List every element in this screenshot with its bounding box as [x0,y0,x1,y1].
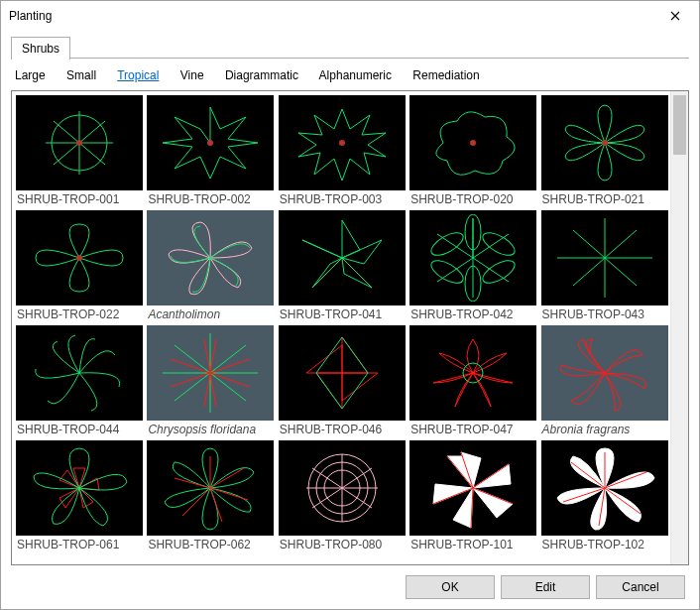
thumbnail-preview[interactable] [541,95,668,190]
plant-symbol-icon [151,214,270,302]
thumbnail-item[interactable]: SHRUB-TROP-003 [279,95,406,206]
svg-point-7 [480,228,519,260]
filter-vine[interactable]: Vine [180,68,204,82]
thumbnail-item[interactable]: SHRUB-TROP-047 [409,325,536,436]
thumbnail-panel: SHRUB-TROP-001 SHRUB-TROP-002 SHRUB-TROP… [11,90,689,565]
window-title: Planting [9,9,52,23]
thumbnail-preview[interactable] [16,440,143,536]
cancel-button[interactable]: Cancel [596,575,685,599]
thumbnail-item[interactable]: SHRUB-TROP-041 [279,210,406,321]
thumbnail-preview[interactable] [409,210,536,305]
thumbnail-preview[interactable] [16,325,143,421]
thumbnail-item[interactable]: SHRUB-TROP-101 [409,440,536,551]
scrollbar[interactable] [670,91,688,564]
thumbnail-preview[interactable] [16,210,143,305]
thumbnail-item[interactable]: SHRUB-TROP-062 [147,440,274,551]
content-area: Shrubs Large Small Tropical Vine Diagram… [1,31,699,609]
thumbnail-label: SHRUB-TROP-046 [279,421,406,436]
titlebar: Planting [1,1,699,31]
filter-remediation[interactable]: Remediation [412,68,479,82]
filter-diagrammatic[interactable]: Diagrammatic [225,68,298,82]
thumbnail-preview[interactable] [541,440,668,536]
close-button[interactable] [653,2,697,30]
thumbnail-label: Chrysopsis floridana [147,421,274,436]
thumbnail-item[interactable]: Chrysopsis floridana [147,325,274,436]
thumbnail-preview[interactable] [541,210,668,305]
thumbnail-preview[interactable] [409,95,536,190]
plant-symbol-icon [20,329,139,417]
thumbnail-label: SHRUB-TROP-061 [16,536,143,551]
thumbnail-item[interactable]: SHRUB-TROP-102 [541,440,668,551]
plant-symbol-icon [545,214,664,302]
thumbnail-label: SHRUB-TROP-047 [409,421,536,436]
thumbnail-label: Abronia fragrans [541,421,668,436]
thumbnail-preview[interactable] [147,95,274,190]
svg-point-2 [339,140,345,146]
thumbnail-item[interactable]: SHRUB-TROP-002 [147,95,274,206]
thumbnail-preview[interactable] [409,325,536,421]
thumbnail-label: SHRUB-TROP-020 [409,190,536,206]
thumbnail-item[interactable]: SHRUB-TROP-046 [279,325,406,436]
plant-symbol-icon [151,99,270,186]
scroll-thumb[interactable] [673,95,686,155]
thumbnail-item[interactable]: SHRUB-TROP-043 [541,210,668,321]
filter-alphanumeric[interactable]: Alphanumeric [319,68,392,82]
thumbnail-preview[interactable] [279,210,406,305]
plant-symbol-icon [283,214,402,302]
svg-point-0 [76,140,82,146]
thumbnail-item[interactable]: SHRUB-TROP-022 [16,210,143,321]
svg-point-3 [470,140,476,146]
filter-large[interactable]: Large [15,68,46,82]
svg-point-11 [428,228,467,260]
thumbnail-label: SHRUB-TROP-102 [541,536,668,551]
ok-button[interactable]: OK [406,575,495,599]
tab-shrubs[interactable]: Shrubs [11,37,70,60]
close-icon [670,11,680,21]
thumbnail-item[interactable]: SHRUB-TROP-042 [409,210,536,321]
thumbnail-scroll-area: SHRUB-TROP-001 SHRUB-TROP-002 SHRUB-TROP… [12,91,688,564]
thumbnail-item[interactable]: SHRUB-TROP-001 [16,95,143,206]
thumbnail-item[interactable]: SHRUB-TROP-044 [16,325,143,436]
thumbnail-preview[interactable] [16,95,143,190]
thumbnail-label: SHRUB-TROP-043 [541,305,668,321]
thumbnail-preview[interactable] [279,440,406,536]
filter-tropical[interactable]: Tropical [117,68,159,82]
thumbnail-preview[interactable] [279,325,406,421]
thumbnail-label: SHRUB-TROP-044 [16,421,143,436]
thumbnail-label: Acantholimon [147,305,274,321]
plant-symbol-icon [151,329,270,417]
edit-button[interactable]: Edit [501,575,590,599]
plant-symbol-icon [20,444,139,532]
thumbnail-preview[interactable] [147,210,274,305]
thumbnail-item[interactable]: SHRUB-TROP-021 [541,95,668,206]
svg-point-10 [428,256,467,288]
thumbnail-preview[interactable] [279,95,406,190]
filter-row: Large Small Tropical Vine Diagrammatic A… [11,59,689,88]
plant-symbol-icon [545,444,664,532]
filter-small[interactable]: Small [66,68,96,82]
thumbnail-item[interactable]: SHRUB-TROP-080 [279,440,406,551]
thumbnail-label: SHRUB-TROP-021 [541,190,668,206]
plant-symbol-icon [413,214,532,302]
thumbnail-preview[interactable] [147,325,274,421]
plant-symbol-icon [413,99,532,186]
thumbnail-label: SHRUB-TROP-022 [16,305,143,321]
thumbnail-label: SHRUB-TROP-101 [409,536,536,551]
plant-symbol-icon [151,444,270,532]
thumbnail-grid: SHRUB-TROP-001 SHRUB-TROP-002 SHRUB-TROP… [12,91,670,564]
plant-symbol-icon [545,99,664,186]
thumbnail-item[interactable]: SHRUB-TROP-061 [16,440,143,551]
thumbnail-preview[interactable] [541,325,668,421]
thumbnail-item[interactable]: Acantholimon [147,210,274,321]
plant-symbol-icon [20,99,139,186]
plant-symbol-icon [283,329,402,417]
thumbnail-preview[interactable] [147,440,274,536]
plant-symbol-icon [283,444,402,532]
planting-dialog: Planting Shrubs Large Small Tropical Vin… [0,0,700,610]
thumbnail-item[interactable]: SHRUB-TROP-020 [409,95,536,206]
thumbnail-preview[interactable] [409,440,536,536]
thumbnail-label: SHRUB-TROP-080 [279,536,406,551]
plant-symbol-icon [413,329,532,417]
thumbnail-item[interactable]: Abronia fragrans [541,325,668,436]
plant-symbol-icon [283,99,402,186]
